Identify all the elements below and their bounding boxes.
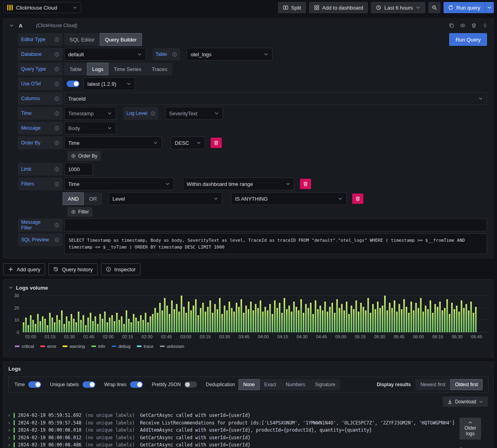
volume-bar [425, 306, 426, 332]
run-query-button[interactable]: Run query [444, 2, 485, 13]
add-query-button[interactable]: Add query [3, 263, 45, 275]
option-or[interactable]: OR [84, 192, 102, 205]
option-time-series[interactable]: Time Series [108, 63, 146, 75]
info-icon[interactable] [54, 111, 59, 116]
table-value: otel_logs [191, 51, 211, 57]
info-icon[interactable] [54, 96, 59, 101]
info-icon[interactable] [54, 81, 59, 87]
legend-item-warning[interactable]: warning [63, 344, 85, 349]
log-row[interactable]: ›2024-02-19 05:59:51.692(no unique label… [8, 412, 493, 419]
option-query-builder[interactable]: Query Builder [100, 33, 142, 46]
disable-query-button[interactable] [458, 21, 467, 30]
add-to-dashboard-button[interactable]: Add to dashboard [309, 2, 368, 13]
use-otel-toggle[interactable] [67, 81, 79, 87]
run-query-inline-button[interactable]: Run Query [449, 33, 487, 46]
time-column-select[interactable]: Timestamp [64, 107, 116, 120]
logs-volume-header[interactable]: Logs volume [8, 283, 489, 292]
option-table[interactable]: Table [64, 63, 87, 75]
message-column-select[interactable]: Body [64, 122, 116, 134]
download-icon [447, 399, 453, 405]
legend-item-trace[interactable]: trace [137, 344, 153, 349]
split-button[interactable]: Split [278, 2, 306, 13]
option-exact[interactable]: Exact [260, 379, 281, 390]
volume-bar [408, 313, 410, 332]
remove-condition-button[interactable] [352, 193, 363, 204]
info-icon[interactable] [54, 223, 59, 228]
limit-input[interactable] [64, 163, 93, 176]
filter-field-select[interactable]: Time [64, 178, 174, 190]
run-query-interval-caret[interactable] [485, 2, 494, 13]
volume-bar [245, 306, 247, 332]
remove-query-button[interactable] [469, 21, 478, 30]
add-filter-button[interactable]: Filter [67, 207, 93, 217]
legend-item-critical[interactable]: critical [15, 344, 34, 349]
option-newest-first[interactable]: Newest first [416, 379, 450, 390]
volume-bar [138, 321, 139, 332]
option-and[interactable]: AND [63, 192, 84, 205]
prettify-json-toggle[interactable] [184, 381, 197, 388]
inspector-button[interactable]: Inspector [101, 263, 140, 275]
x-tick-label: 01:45 [83, 334, 95, 339]
legend-item-info[interactable]: info [91, 344, 105, 349]
unique-labels-toggle[interactable] [83, 381, 95, 388]
query-ref-id[interactable]: A [19, 23, 22, 29]
message-filter-input[interactable] [64, 219, 487, 231]
option-oldest-first[interactable]: Oldest first [450, 379, 483, 390]
info-icon[interactable] [54, 140, 59, 146]
remove-order-by-button[interactable] [211, 138, 222, 148]
time-toggle[interactable] [28, 381, 41, 388]
add-order-by-button[interactable]: Order By [67, 151, 101, 161]
option-none[interactable]: None [239, 379, 260, 390]
query-drag-handle[interactable] [481, 21, 489, 30]
database-select[interactable]: default [64, 48, 146, 61]
volume-bar [157, 313, 158, 332]
time-range-picker[interactable]: Last 6 hours [371, 2, 425, 13]
option-logs[interactable]: Logs [87, 63, 108, 75]
zoom-out-time-button[interactable] [428, 2, 440, 13]
order-by-direction-select[interactable]: DESC [171, 136, 205, 149]
option-sql-editor[interactable]: SQL Editor [64, 33, 100, 46]
chevron-right-icon: › [8, 442, 13, 448]
query-history-button[interactable]: Query history [48, 263, 97, 275]
volume-bar [229, 302, 230, 332]
option-traces[interactable]: Traces [146, 63, 172, 75]
info-icon[interactable] [54, 167, 59, 172]
remove-filter-button[interactable] [300, 179, 311, 189]
info-icon[interactable] [54, 37, 59, 42]
collapse-query-button[interactable] [8, 22, 16, 30]
volume-bar [427, 309, 429, 332]
legend-item-unknown[interactable]: unknown [160, 344, 184, 349]
option-numbers[interactable]: Numbers [281, 379, 310, 390]
otel-version-select[interactable]: latest (1.2.9) [83, 77, 135, 90]
info-icon[interactable] [54, 52, 59, 57]
log-level-column-select[interactable]: SeverityText [165, 107, 223, 120]
condition-operator-select[interactable]: IS ANYTHING [231, 192, 347, 205]
info-icon[interactable] [150, 111, 156, 116]
volume-bar [446, 299, 448, 332]
volume-bar [205, 312, 206, 332]
filter-operator-select[interactable]: Within dashboard time range [183, 178, 294, 190]
older-logs-button[interactable]: Older logs [460, 418, 481, 440]
duplicate-query-button[interactable] [447, 21, 456, 30]
columns-multiselect[interactable]: TraceId [64, 92, 487, 105]
log-row[interactable]: ›2024-02-19 05:59:57.548(no unique label… [8, 419, 493, 427]
log-row[interactable]: ›2024-02-19 06:00:06.010(no unique label… [8, 426, 493, 434]
log-row[interactable]: ›2024-02-19 06:00:08.486(no unique label… [8, 441, 493, 448]
info-icon[interactable] [54, 126, 59, 131]
condition-field-select[interactable]: Level [108, 192, 222, 205]
legend-item-error[interactable]: error [40, 344, 56, 349]
database-table-row: Database default Table otel_logs [18, 48, 487, 61]
info-icon[interactable] [54, 67, 59, 72]
table-select[interactable]: otel_logs [187, 48, 272, 61]
info-icon[interactable] [54, 182, 59, 187]
info-icon[interactable] [54, 237, 59, 243]
wrap-lines-toggle[interactable] [130, 381, 143, 388]
option-signature[interactable]: Signature [310, 379, 340, 390]
info-icon[interactable] [172, 52, 177, 57]
log-row[interactable]: ›2024-02-19 06:00:06.012(no unique label… [8, 434, 493, 442]
download-button[interactable]: Download [443, 397, 488, 407]
time-loglevel-row: Time Timestamp Log Level SeverityText [18, 107, 487, 120]
datasource-picker[interactable]: ClickHouse Cloud [3, 2, 81, 13]
legend-item-debug[interactable]: debug [112, 344, 131, 349]
order-by-field-select[interactable]: Time [64, 136, 162, 149]
